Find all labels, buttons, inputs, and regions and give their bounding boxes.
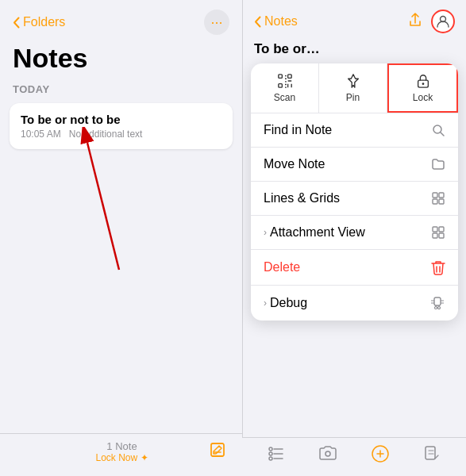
note-count: 1 Note (95, 440, 148, 452)
attachment-view-button[interactable]: › Attachment View (251, 216, 458, 250)
svg-point-37 (269, 447, 272, 451)
share-icon (407, 12, 423, 28)
svg-rect-24 (433, 227, 437, 232)
svg-rect-26 (433, 233, 437, 238)
svg-line-19 (441, 132, 444, 136)
compose-button[interactable] (209, 441, 226, 463)
svg-rect-25 (439, 227, 444, 232)
left-header: Folders ··· (0, 0, 242, 40)
attachment-view-label: Attachment View (270, 225, 365, 240)
folders-button[interactable]: Folders (13, 15, 65, 29)
debug-chevron: › (264, 298, 267, 309)
pin-button[interactable]: Pin (319, 63, 387, 113)
folder-icon (431, 157, 445, 171)
avatar-button[interactable] (431, 10, 455, 33)
footer-center: 1 Note Lock Now ✦ (95, 440, 148, 463)
right-header: Notes (243, 0, 466, 38)
svg-rect-27 (439, 233, 444, 238)
ellipsis-icon: ··· (210, 14, 222, 31)
svg-point-29 (435, 307, 437, 309)
svg-rect-2 (211, 443, 224, 456)
folders-label: Folders (23, 15, 65, 29)
notes-title: Notes (0, 40, 242, 80)
svg-rect-20 (433, 193, 437, 198)
attachment-view-chevron: › (264, 227, 267, 238)
svg-point-43 (325, 451, 330, 456)
svg-rect-23 (439, 199, 444, 204)
attachment-view-label-group: › Attachment View (264, 225, 365, 240)
right-panel: Notes To be or… (242, 0, 466, 476)
compose-button[interactable] (371, 444, 390, 463)
debug-label: Debug (270, 296, 307, 310)
scan-label: Scan (274, 92, 295, 103)
lock-label: Lock (413, 92, 433, 103)
annotation-arrow (79, 127, 159, 289)
find-in-note-label: Find in Note (264, 123, 332, 137)
svg-point-30 (438, 307, 441, 309)
left-panel: Folders ··· Notes Today To be or not to … (0, 0, 242, 476)
checklist-icon (267, 444, 286, 463)
delete-label: Delete (264, 260, 300, 274)
person-icon (436, 14, 450, 29)
note-meta: 10:05 AM No additional text (21, 129, 221, 140)
svg-rect-22 (433, 199, 437, 204)
dropdown-top-actions: Scan Pin Lock (251, 63, 458, 113)
search-icon (431, 123, 445, 137)
debug-label-group: › Debug (264, 296, 307, 310)
pin-icon (345, 73, 361, 89)
svg-point-17 (422, 83, 424, 85)
move-note-button[interactable]: Move Note (251, 148, 458, 182)
debug-icon (429, 295, 445, 311)
note-card[interactable]: To be or not to be 10:05 AM No additiona… (10, 103, 233, 149)
scan-button[interactable]: Scan (251, 63, 319, 113)
compose-icon (371, 444, 390, 463)
svg-rect-7 (278, 84, 282, 88)
svg-rect-5 (278, 75, 282, 79)
back-label: Notes (264, 14, 298, 29)
svg-rect-47 (426, 447, 435, 459)
scan-icon (277, 73, 293, 89)
note-title: To be or not to be (21, 113, 221, 126)
camera-button[interactable] (318, 444, 337, 463)
today-label: Today (0, 80, 242, 100)
share-button[interactable] (407, 12, 423, 32)
svg-point-39 (269, 452, 272, 455)
svg-rect-21 (439, 193, 444, 198)
left-footer: 1 Note Lock Now ✦ (0, 433, 242, 476)
dropdown-menu: Scan Pin Lock Find in Note (251, 63, 458, 321)
lock-button[interactable]: Lock (387, 63, 458, 113)
lines-grids-label: Lines & Grids (264, 191, 340, 205)
svg-rect-6 (287, 75, 291, 79)
attachment-button[interactable] (422, 444, 441, 463)
right-footer (242, 437, 466, 476)
ellipsis-button[interactable]: ··· (204, 10, 229, 35)
note-subtitle: No additional text (69, 129, 143, 140)
compose-icon (209, 441, 226, 459)
chevron-left-icon (13, 17, 20, 29)
lines-grids-button[interactable]: Lines & Grids (251, 182, 458, 216)
back-button[interactable]: Notes (254, 14, 298, 29)
lock-icon (415, 73, 431, 89)
delete-button[interactable]: Delete (251, 250, 458, 286)
chevron-left-icon (254, 16, 261, 28)
pin-label: Pin (346, 92, 360, 103)
checklist-button[interactable] (267, 444, 286, 463)
note-time: 10:05 AM (21, 129, 61, 140)
right-header-actions (407, 10, 455, 33)
grid-icon (431, 191, 445, 205)
attachments-icon (431, 225, 445, 240)
camera-icon (318, 444, 337, 463)
svg-line-1 (87, 143, 119, 270)
debug-button[interactable]: › Debug (251, 286, 458, 321)
lock-now-button[interactable]: Lock Now ✦ (95, 452, 148, 463)
svg-point-41 (269, 457, 272, 460)
trash-icon (431, 259, 445, 275)
move-note-label: Move Note (264, 157, 325, 171)
find-in-note-button[interactable]: Find in Note (251, 113, 458, 148)
svg-rect-28 (434, 298, 441, 305)
attachment-icon (422, 444, 441, 463)
note-preview-title: To be or… (243, 38, 466, 63)
